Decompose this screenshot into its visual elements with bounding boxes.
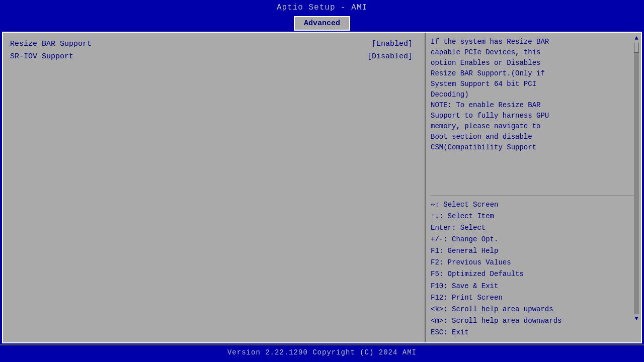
setting-value: [Enabled] [372, 40, 418, 48]
help-line: memory, please navigate to [431, 121, 636, 132]
main-content: Resize BAR Support[Enabled]SR-IOV Suppor… [2, 32, 642, 343]
nav-bar: Advanced [0, 15, 644, 31]
nav-tab-advanced[interactable]: Advanced [294, 16, 350, 31]
setting-row[interactable]: Resize BAR Support[Enabled] [10, 38, 418, 50]
title-bar: Aptio Setup - AMI [0, 0, 644, 15]
key-help-row: ESC: Exit [431, 327, 636, 338]
help-line: System Support 64 bit PCI [431, 79, 636, 89]
key-help-row: ⇔: Select Screen [431, 199, 636, 211]
help-line: CSM(Compatibility Support [431, 142, 636, 153]
scrollbar[interactable]: ▲ ▼ [633, 35, 640, 322]
right-panel: ▲ ▼ If the system has Resize BARcapable … [426, 33, 641, 342]
key-help-row: F12: Print Screen [431, 292, 636, 304]
scroll-down-arrow[interactable]: ▼ [634, 315, 638, 322]
key-help-row: Enter: Select [431, 222, 636, 234]
help-line: option Enables or Disables [431, 58, 636, 68]
setting-value: [Disabled] [367, 52, 418, 61]
key-help-row: +/-: Change Opt. [431, 234, 636, 245]
scroll-thumb[interactable] [634, 43, 639, 53]
key-help-row: F1: General Help [431, 245, 636, 257]
help-text: If the system has Resize BARcapable PCIe… [431, 37, 636, 193]
setting-name: Resize BAR Support [10, 40, 92, 48]
help-line: Resize BAR Support.(Only if [431, 68, 636, 79]
help-line: capable PCIe Devices, this [431, 47, 636, 58]
footer-text: Version 2.22.1290 Copyright (C) 2024 AMI [227, 348, 417, 356]
footer: Version 2.22.1290 Copyright (C) 2024 AMI [0, 344, 644, 359]
key-help: ⇔: Select Screen↑↓: Select ItemEnter: Se… [431, 199, 636, 338]
help-line: NOTE: To enable Resize BAR [431, 100, 636, 111]
scroll-up-arrow[interactable]: ▲ [634, 35, 638, 42]
help-line: Support to fully harness GPU [431, 111, 636, 121]
help-line: Decoding) [431, 89, 636, 100]
title-text: Aptio Setup - AMI [277, 3, 367, 12]
setting-name: SR-IOV Support [10, 52, 73, 61]
help-line: Boot section and disable [431, 132, 636, 142]
key-help-row: ↑↓: Select Item [431, 211, 636, 222]
key-help-row: F5: Optimized Defaults [431, 268, 636, 280]
help-line: If the system has Resize BAR [431, 37, 636, 47]
divider [431, 196, 636, 196]
key-help-row: <m>: Scroll help area downwards [431, 315, 636, 327]
left-panel: Resize BAR Support[Enabled]SR-IOV Suppor… [3, 33, 426, 342]
setting-row[interactable]: SR-IOV Support[Disabled] [10, 50, 418, 63]
key-help-row: F2: Previous Values [431, 257, 636, 268]
key-help-row: F10: Save & Exit [431, 281, 636, 292]
key-help-row: <k>: Scroll help area upwards [431, 304, 636, 315]
scroll-track [634, 43, 639, 314]
